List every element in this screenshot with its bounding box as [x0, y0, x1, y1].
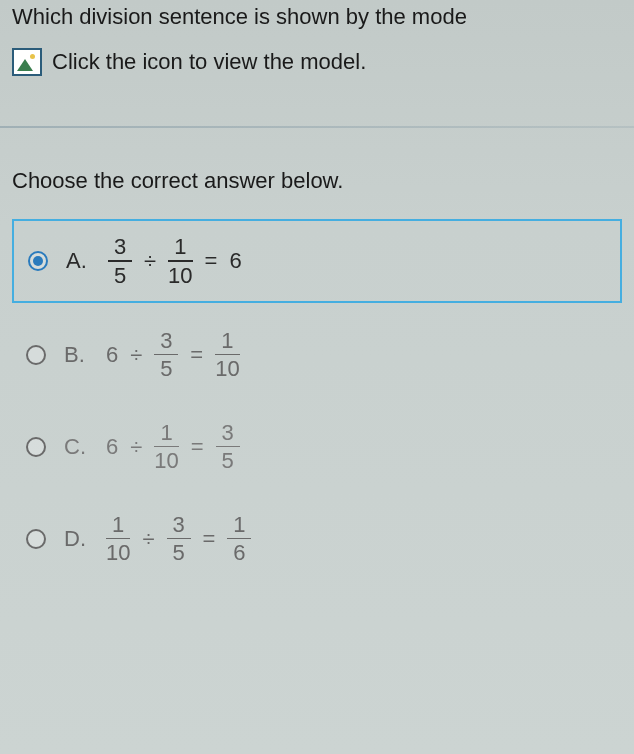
- radio-a[interactable]: [28, 251, 48, 271]
- choice-c-math: 6 ÷ 1 10 = 3 5: [106, 421, 240, 473]
- radio-b[interactable]: [26, 345, 46, 365]
- instruction-text: Choose the correct answer below.: [0, 158, 634, 219]
- equals: =: [201, 526, 218, 552]
- numerator: 1: [233, 513, 245, 536]
- numerator: 3: [222, 421, 234, 444]
- fraction: 3 5: [154, 329, 178, 381]
- operator: ÷: [128, 434, 144, 460]
- picture-icon[interactable]: [12, 48, 42, 76]
- fraction-bar: [154, 354, 178, 356]
- denominator: 10: [106, 541, 130, 564]
- choice-c[interactable]: C. 6 ÷ 1 10 = 3 5: [12, 407, 622, 487]
- choice-b-letter: B.: [64, 342, 88, 368]
- operator: ÷: [128, 342, 144, 368]
- question-text: Which division sentence is shown by the …: [0, 0, 634, 40]
- denominator: 5: [160, 357, 172, 380]
- fraction-bar: [108, 260, 132, 262]
- choices-container: A. 3 5 ÷ 1 10 = 6 B. 6 ÷ 3: [0, 219, 634, 579]
- numerator: 1: [112, 513, 124, 536]
- icon-instruction-text: Click the icon to view the model.: [52, 49, 366, 75]
- choice-d-math: 1 10 ÷ 3 5 = 1 6: [106, 513, 251, 565]
- fraction: 3 5: [216, 421, 240, 473]
- choice-d[interactable]: D. 1 10 ÷ 3 5 = 1 6: [12, 499, 622, 579]
- fraction-bar: [216, 446, 240, 448]
- fraction-bar: [167, 538, 191, 540]
- numerator: 3: [160, 329, 172, 352]
- fraction: 3 5: [108, 235, 132, 287]
- numerator: 1: [160, 421, 172, 444]
- divider: [0, 126, 634, 128]
- choice-d-letter: D.: [64, 526, 88, 552]
- view-model-row: Click the icon to view the model.: [0, 40, 634, 96]
- fraction: 1 10: [154, 421, 178, 473]
- equals: =: [188, 342, 205, 368]
- fraction-bar: [227, 538, 251, 540]
- choice-a[interactable]: A. 3 5 ÷ 1 10 = 6: [12, 219, 622, 303]
- denominator: 10: [215, 357, 239, 380]
- choice-a-letter: A.: [66, 248, 90, 274]
- choice-b-math: 6 ÷ 3 5 = 1 10: [106, 329, 240, 381]
- numerator: 3: [114, 235, 126, 258]
- fraction: 1 10: [168, 235, 192, 287]
- equals: =: [189, 434, 206, 460]
- equals: =: [203, 248, 220, 274]
- operator: ÷: [142, 248, 158, 274]
- denominator: 10: [154, 449, 178, 472]
- denominator: 5: [114, 264, 126, 287]
- lhs: 6: [106, 434, 118, 460]
- fraction: 3 5: [167, 513, 191, 565]
- denominator: 5: [172, 541, 184, 564]
- fraction: 1 10: [215, 329, 239, 381]
- fraction-bar: [154, 446, 178, 448]
- denominator: 5: [222, 449, 234, 472]
- fraction: 1 6: [227, 513, 251, 565]
- operator: ÷: [140, 526, 156, 552]
- result: 6: [229, 248, 241, 274]
- numerator: 3: [172, 513, 184, 536]
- numerator: 1: [174, 235, 186, 258]
- lhs: 6: [106, 342, 118, 368]
- choice-b[interactable]: B. 6 ÷ 3 5 = 1 10: [12, 315, 622, 395]
- fraction-bar: [215, 354, 239, 356]
- radio-c[interactable]: [26, 437, 46, 457]
- choice-a-math: 3 5 ÷ 1 10 = 6: [108, 235, 242, 287]
- numerator: 1: [221, 329, 233, 352]
- denominator: 10: [168, 264, 192, 287]
- denominator: 6: [233, 541, 245, 564]
- radio-d[interactable]: [26, 529, 46, 549]
- fraction-bar: [106, 538, 130, 540]
- fraction-bar: [168, 260, 192, 262]
- fraction: 1 10: [106, 513, 130, 565]
- choice-c-letter: C.: [64, 434, 88, 460]
